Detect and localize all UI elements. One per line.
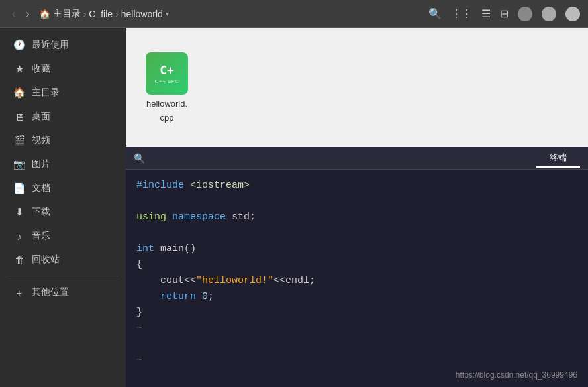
code-line-cout: cout<<"helloworld!"<<endl; xyxy=(136,273,577,289)
sidebar-label-trash: 回收站 xyxy=(32,254,60,266)
code-line-brace-close: } xyxy=(136,305,577,321)
editor-toolbar: 🔍 终端 xyxy=(126,147,588,170)
home-sidebar-icon: 🏠 xyxy=(13,87,25,99)
sidebar-item-home[interactable]: 🏠 主目录 xyxy=(3,82,123,104)
url-bar: https://blog.csdn.net/qq_36999496 xyxy=(456,369,577,382)
sidebar-item-favorites[interactable]: ★ 收藏 xyxy=(3,58,123,80)
sidebar-item-desktop[interactable]: 🖥 桌面 xyxy=(3,105,123,128)
recent-icon: 🕐 xyxy=(13,39,25,51)
sidebar-divider xyxy=(8,276,118,276)
top-bar: ‹ › 🏠 主目录 › C_file › helloworld ▾ 🔍 ⋮⋮ ☰… xyxy=(0,0,588,28)
code-line-blank-3 xyxy=(136,337,577,353)
documents-icon: 📄 xyxy=(13,182,25,194)
breadcrumb-label-cfile: C_file xyxy=(89,9,113,19)
tilde-3: ~ xyxy=(136,384,142,387)
breadcrumb-sep-1: › xyxy=(83,9,87,19)
cpp-icon-subtitle: C++ SFC xyxy=(155,78,179,84)
sidebar-label-documents: 文档 xyxy=(32,182,50,194)
keyword-std: std xyxy=(232,209,250,225)
avatar-3 xyxy=(565,7,580,21)
breadcrumb: 🏠 主目录 › C_file › helloworld ▾ xyxy=(39,8,423,20)
code-line-tilde-3: ~ xyxy=(136,384,577,387)
avatar-1 xyxy=(518,7,532,21)
string-helloworld: "helloworld!" xyxy=(196,273,273,289)
code-line-tilde-1: ~ xyxy=(136,321,577,337)
trash-icon: 🗑 xyxy=(13,254,25,266)
code-area[interactable]: #include <iostream> using namespace std;… xyxy=(126,170,588,387)
sort-icon[interactable]: ⊟ xyxy=(500,7,509,20)
cpp-icon-text: C+ xyxy=(160,63,174,77)
tab-terminal[interactable]: 终端 xyxy=(536,149,580,168)
nav-arrows: ‹ › xyxy=(8,7,34,21)
add-icon: + xyxy=(13,287,25,298)
sidebar-label-pictures: 图片 xyxy=(32,158,50,170)
sidebar-label-downloads: 下载 xyxy=(32,206,50,218)
sidebar: 🕐 最近使用 ★ 收藏 🏠 主目录 🖥 桌面 🎬 视频 📷 图片 📄 文档 ⬇ xyxy=(0,28,126,387)
sidebar-label-video: 视频 xyxy=(32,135,50,146)
breadcrumb-sep-2: › xyxy=(115,9,119,19)
keyword-return: return xyxy=(160,289,196,305)
tilde-2: ~ xyxy=(136,353,142,368)
editor-search-icon[interactable]: 🔍 xyxy=(134,153,145,164)
pictures-icon: 📷 xyxy=(13,158,25,170)
breadcrumb-home[interactable]: 🏠 主目录 xyxy=(39,8,81,20)
code-line-brace-open: { xyxy=(136,257,577,273)
avatar-2 xyxy=(542,7,556,21)
code-line-tilde-2: ~ xyxy=(136,353,577,368)
keyword-using: using xyxy=(136,209,166,225)
chevron-down-icon[interactable]: ▾ xyxy=(166,10,169,17)
sidebar-label-music: 音乐 xyxy=(32,230,50,242)
code-line-using: using namespace std; xyxy=(136,209,577,225)
content-area: C+ C++ SFC helloworld. cpp 🔍 终端 #include… xyxy=(126,28,588,387)
literal-zero: 0 xyxy=(202,289,208,305)
sidebar-item-video[interactable]: 🎬 视频 xyxy=(3,129,123,152)
nav-back-button[interactable]: ‹ xyxy=(8,7,19,21)
sidebar-label-favorites: 收藏 xyxy=(32,63,50,75)
sidebar-item-downloads[interactable]: ⬇ 下载 xyxy=(3,201,123,223)
file-name-line1: helloworld. xyxy=(146,99,187,109)
editor-section: 🔍 终端 #include <iostream> using namespace… xyxy=(126,147,588,387)
search-icon[interactable]: 🔍 xyxy=(428,7,442,20)
sidebar-label-other: 其他位置 xyxy=(32,286,69,298)
code-line-blank-2 xyxy=(136,225,577,241)
breadcrumb-label-helloworld: helloworld xyxy=(121,9,163,19)
file-browser: C+ C++ SFC helloworld. cpp xyxy=(126,28,588,147)
desktop-icon: 🖥 xyxy=(13,111,25,123)
top-bar-actions: 🔍 ⋮⋮ ☰ ⊟ xyxy=(428,7,580,21)
downloads-icon: ⬇ xyxy=(13,206,25,218)
sidebar-label-desktop: 桌面 xyxy=(32,111,50,123)
code-line-include: #include <iostream> xyxy=(136,178,577,194)
star-icon: ★ xyxy=(13,63,25,75)
editor-tabs: 终端 xyxy=(152,149,580,168)
brace-close: } xyxy=(136,305,142,321)
sidebar-item-other[interactable]: + 其他位置 xyxy=(3,281,123,304)
home-icon: 🏠 xyxy=(39,9,50,19)
breadcrumb-cfile[interactable]: C_file xyxy=(89,9,113,19)
nav-forward-button[interactable]: › xyxy=(22,7,33,21)
tilde-1: ~ xyxy=(136,321,142,337)
code-line-main: int main() xyxy=(136,241,577,257)
keyword-include: #include xyxy=(136,178,184,194)
sidebar-item-trash[interactable]: 🗑 回收站 xyxy=(3,249,123,271)
video-icon: 🎬 xyxy=(13,135,25,146)
file-icon-container[interactable]: C+ C++ SFC helloworld. cpp xyxy=(146,52,188,123)
brace-open: { xyxy=(136,257,142,273)
menu-list-icon[interactable]: ⋮⋮ xyxy=(451,7,472,20)
music-icon: ♪ xyxy=(13,231,25,242)
keyword-cout: cout xyxy=(160,273,184,289)
keyword-int: int xyxy=(136,241,154,257)
cpp-file-icon: C+ C++ SFC xyxy=(146,52,188,95)
func-main: main xyxy=(160,241,184,257)
sidebar-item-pictures[interactable]: 📷 图片 xyxy=(3,153,123,176)
header-iostream: <iostream> xyxy=(190,178,250,194)
keyword-namespace: namespace xyxy=(172,209,226,225)
file-name-line2: cpp xyxy=(160,113,174,123)
sidebar-item-documents[interactable]: 📄 文档 xyxy=(3,177,123,199)
sidebar-label-home: 主目录 xyxy=(32,87,60,99)
breadcrumb-label-home: 主目录 xyxy=(53,8,81,20)
sidebar-item-music[interactable]: ♪ 音乐 xyxy=(3,225,123,247)
list-icon[interactable]: ☰ xyxy=(481,7,491,20)
sidebar-item-recent[interactable]: 🕐 最近使用 xyxy=(3,34,123,56)
code-line-return: return 0; xyxy=(136,289,577,305)
breadcrumb-helloworld[interactable]: helloworld ▾ xyxy=(121,9,169,19)
